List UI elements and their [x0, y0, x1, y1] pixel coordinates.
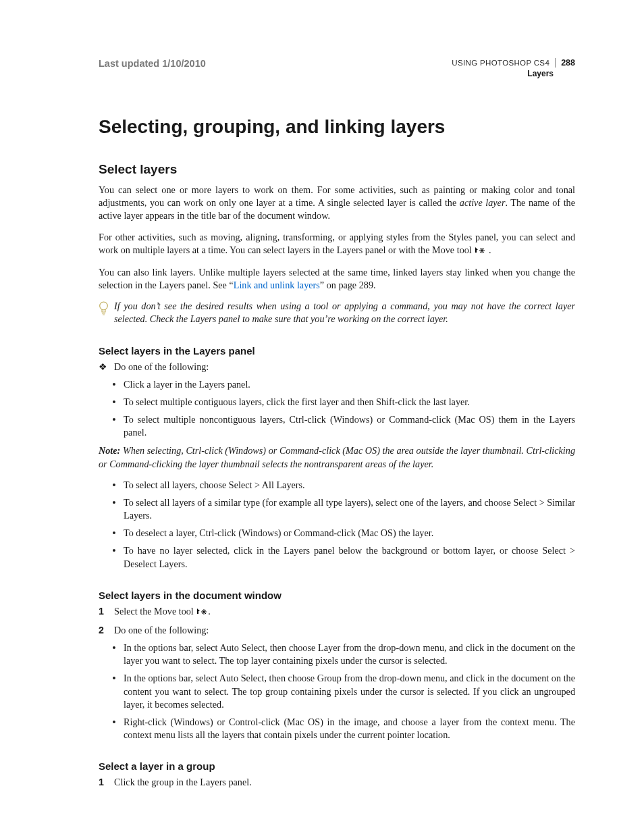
list-text: Do one of the following:: [114, 361, 575, 373]
bullet-marker: •: [111, 413, 117, 426]
list-text: To deselect a layer, Ctrl-click (Windows…: [124, 527, 575, 540]
lightbulb-icon: [99, 301, 109, 319]
bullet-marker: •: [111, 672, 117, 685]
subsection-heading: Select layers in the document window: [99, 590, 575, 601]
section-name: Layers: [452, 69, 575, 78]
bullet-marker: •: [111, 378, 117, 391]
move-tool-icon: [196, 606, 207, 619]
section-heading: Select layers: [99, 162, 575, 177]
step-item: 1 Select the Move tool .: [99, 605, 575, 619]
list-item: • Right-click (Windows) or Control-click…: [99, 716, 575, 741]
body-paragraph: You can select one or more layers to wor…: [99, 184, 575, 223]
text-run: ” on page 289.: [320, 280, 376, 290]
text-run: .: [486, 244, 491, 255]
list-item: • Click a layer in the Layers panel.: [99, 378, 575, 391]
page-title: Selecting, grouping, and linking layers: [99, 116, 575, 138]
step-item: 1 Click the group in the Layers panel.: [99, 776, 575, 789]
text-run: For other activities, such as moving, al…: [99, 232, 575, 255]
document-page: Last updated 1/10/2010 USING PHOTOSHOP C…: [0, 0, 644, 834]
tip-block: If you don’t see the desired results whe…: [99, 300, 575, 325]
page-header: Last updated 1/10/2010 USING PHOTOSHOP C…: [99, 58, 575, 78]
step-item: 2 Do one of the following:: [99, 624, 575, 637]
list-text: Click the group in the Layers panel.: [114, 776, 575, 789]
bullet-marker: •: [111, 396, 117, 409]
list-text: In the options bar, select Auto Select, …: [124, 642, 575, 667]
list-text: Right-click (Windows) or Control-click (…: [124, 716, 575, 741]
header-divider: [555, 58, 556, 68]
note-body: When selecting, Ctrl-click (Windows) or …: [99, 445, 575, 469]
list-text: In the options bar, select Auto Select, …: [124, 672, 575, 711]
bullet-marker: •: [111, 527, 117, 540]
list-text: To select multiple noncontiguous layers,…: [124, 413, 575, 439]
term-active-layer: active layer: [460, 197, 506, 208]
step-number: 1: [99, 605, 108, 618]
list-text: To have no layer selected, click in the …: [124, 544, 575, 570]
move-tool-icon: [475, 245, 485, 258]
list-text: To select all layers, choose Select > Al…: [124, 479, 575, 492]
subsection-heading: Select layers in the Layers panel: [99, 345, 575, 357]
bullet-marker: •: [111, 716, 117, 729]
step-number: 2: [99, 624, 108, 637]
list-item: • To select multiple noncontiguous layer…: [99, 413, 575, 439]
list-text: To select multiple contiguous layers, cl…: [124, 396, 575, 409]
list-text: Select the Move tool .: [114, 605, 575, 619]
bullet-marker: •: [111, 479, 117, 492]
text-run: .: [208, 606, 211, 617]
list-text: To select all layers of a similar type (…: [124, 496, 575, 522]
list-item: • To select all layers, choose Select > …: [99, 479, 575, 492]
bullet-marker: •: [111, 496, 117, 509]
list-item: • To select all layers of a similar type…: [99, 496, 575, 522]
diamond-marker: ❖: [99, 361, 108, 373]
svg-point-0: [100, 302, 108, 310]
bullet-marker: •: [111, 544, 117, 557]
list-item: • To select multiple contiguous layers, …: [99, 396, 575, 409]
tip-text: If you don’t see the desired results whe…: [114, 300, 575, 325]
list-item: ❖ Do one of the following:: [99, 361, 575, 373]
bullet-marker: •: [111, 642, 117, 654]
list-item: • To deselect a layer, Ctrl-click (Windo…: [99, 527, 575, 540]
note-block: Note: When selecting, Ctrl-click (Window…: [99, 444, 575, 470]
subsection-heading: Select a layer in a group: [99, 760, 575, 772]
list-text: Do one of the following:: [114, 624, 575, 637]
body-paragraph: You can also link layers. Unlike multipl…: [99, 266, 575, 292]
list-text: Click a layer in the Layers panel.: [124, 378, 575, 391]
header-right: USING PHOTOSHOP CS4 288 Layers: [452, 58, 575, 78]
list-item: • In the options bar, select Auto Select…: [99, 642, 575, 667]
page-number: 288: [561, 58, 575, 68]
list-item: • In the options bar, select Auto Select…: [99, 672, 575, 711]
xref-link[interactable]: Link and unlink layers: [234, 280, 320, 290]
text-run: Select the Move tool: [114, 606, 196, 617]
step-number: 1: [99, 776, 108, 789]
last-updated: Last updated 1/10/2010: [99, 58, 206, 69]
body-paragraph: For other activities, such as moving, al…: [99, 231, 575, 258]
list-item: • To have no layer selected, click in th…: [99, 544, 575, 570]
note-label: Note:: [99, 445, 120, 456]
book-title: USING PHOTOSHOP CS4: [452, 59, 549, 67]
